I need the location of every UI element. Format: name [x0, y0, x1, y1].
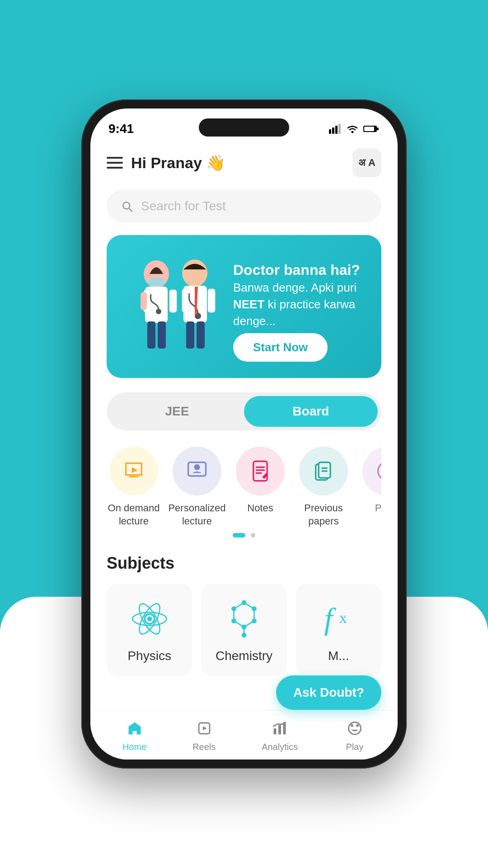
banner-title: Doctor banna hai? Banwa denge. Apki puri… [233, 262, 363, 329]
nav-reels[interactable]: Reels [192, 717, 216, 752]
svg-marker-55 [203, 726, 207, 731]
start-now-button[interactable]: Start Now [233, 333, 328, 362]
svg-rect-0 [329, 129, 331, 134]
svg-point-44 [242, 600, 247, 605]
svg-rect-57 [278, 725, 281, 735]
svg-point-48 [231, 618, 236, 623]
tab-jee[interactable]: JEE [110, 396, 244, 427]
svg-rect-56 [274, 728, 277, 735]
ask-doubt-button[interactable]: Ask Doubt? [276, 675, 381, 710]
subjects-title: Subjects [107, 554, 381, 573]
previous-papers-icon-wrap [299, 447, 348, 495]
category-label-personalized: Personalizedlecture [168, 502, 225, 528]
greeting-text: Hi Pranay 👋 [131, 154, 225, 172]
svg-point-42 [147, 617, 152, 622]
pagination-dots [107, 533, 381, 538]
app-content: Hi Pranay 👋 अ A Search for Test [90, 145, 398, 714]
on-demand-icon-wrap [109, 447, 158, 495]
maths-icon: f x [316, 596, 361, 642]
analytics-icon [269, 717, 291, 739]
status-time: 9:41 [108, 122, 134, 136]
status-icons [329, 124, 380, 134]
personalized-icon-wrap [173, 447, 221, 495]
svg-rect-12 [147, 321, 155, 349]
svg-point-51 [242, 633, 247, 638]
svg-rect-20 [208, 289, 215, 312]
battery-icon [363, 125, 380, 133]
category-notes[interactable]: Notes [233, 447, 287, 528]
svg-rect-26 [129, 476, 139, 477]
category-personalized[interactable]: Personalizedlecture [170, 447, 224, 528]
category-previous-papers[interactable]: Previouspapers [296, 447, 351, 528]
svg-point-45 [252, 606, 257, 611]
category-label-previous-papers: Previouspapers [304, 502, 343, 528]
svg-rect-11 [169, 290, 177, 312]
home-icon [124, 717, 145, 739]
subject-name-maths: M... [328, 649, 349, 663]
svg-rect-22 [197, 321, 205, 349]
subjects-section: Subjects [107, 554, 381, 676]
svg-rect-2 [335, 126, 338, 134]
svg-text:f: f [324, 602, 337, 636]
physics-icon [127, 596, 172, 642]
banner-illustration [125, 251, 224, 362]
svg-rect-6 [364, 127, 374, 131]
nav-analytics-label: Analytics [262, 742, 298, 752]
notes-icon-wrap [236, 447, 285, 495]
reels-icon [193, 717, 215, 739]
dot-active [233, 533, 245, 538]
tab-board[interactable]: Board [244, 396, 378, 427]
category-practice[interactable]: Pra... [360, 447, 381, 528]
svg-rect-3 [338, 124, 341, 134]
svg-text:x: x [339, 609, 347, 626]
svg-point-17 [182, 259, 207, 287]
app-header: Hi Pranay 👋 अ A [107, 145, 381, 177]
bottom-navigation: Home Reels [90, 710, 398, 760]
nav-home[interactable]: Home [122, 717, 146, 752]
wifi-icon [346, 124, 359, 134]
svg-rect-14 [148, 278, 164, 287]
subject-card-maths[interactable]: f x M... [296, 584, 381, 676]
search-icon [120, 199, 134, 213]
banner-text: Doctor banna hai? Banwa denge. Apki puri… [233, 262, 363, 362]
svg-point-60 [351, 724, 353, 727]
play-icon [344, 717, 366, 739]
nav-home-label: Home [122, 742, 146, 752]
menu-button[interactable] [107, 157, 123, 169]
banner-card: Doctor banna hai? Banwa denge. Apki puri… [107, 235, 381, 378]
phone-mockup: 9:41 [81, 99, 407, 769]
svg-point-49 [231, 606, 236, 611]
search-bar[interactable]: Search for Test [107, 190, 381, 222]
svg-rect-13 [158, 321, 166, 349]
language-toggle-button[interactable]: अ A [352, 148, 381, 177]
svg-rect-16 [141, 292, 147, 310]
svg-rect-34 [319, 462, 330, 478]
svg-rect-1 [332, 127, 334, 134]
svg-rect-19 [182, 289, 189, 312]
chemistry-icon [221, 596, 267, 642]
subject-name-chemistry: Chemistry [216, 649, 272, 663]
nav-analytics[interactable]: Analytics [262, 717, 298, 752]
subject-card-physics[interactable]: Physics [107, 584, 192, 676]
search-placeholder: Search for Test [141, 199, 226, 213]
subject-card-chemistry[interactable]: Chemistry [201, 584, 286, 676]
signal-icon [329, 124, 342, 134]
nav-play[interactable]: Play [344, 717, 366, 752]
dot-inactive [251, 533, 255, 538]
categories-row: On demandlecture Personalizedlecture [107, 447, 381, 528]
category-on-demand[interactable]: On demandlecture [107, 447, 161, 528]
dynamic-island [199, 118, 289, 137]
svg-point-59 [349, 722, 361, 735]
subject-name-physics: Physics [127, 649, 171, 663]
practice-icon-wrap [362, 447, 381, 495]
nav-reels-label: Reels [192, 742, 216, 752]
nav-play-label: Play [346, 742, 364, 752]
svg-rect-21 [186, 321, 194, 349]
svg-rect-7 [377, 127, 379, 130]
svg-point-46 [252, 618, 257, 623]
tab-switcher: JEE Board [107, 392, 381, 430]
svg-point-4 [352, 131, 354, 133]
svg-point-61 [356, 724, 359, 727]
subjects-grid: Physics [107, 584, 381, 676]
svg-marker-43 [234, 603, 254, 627]
